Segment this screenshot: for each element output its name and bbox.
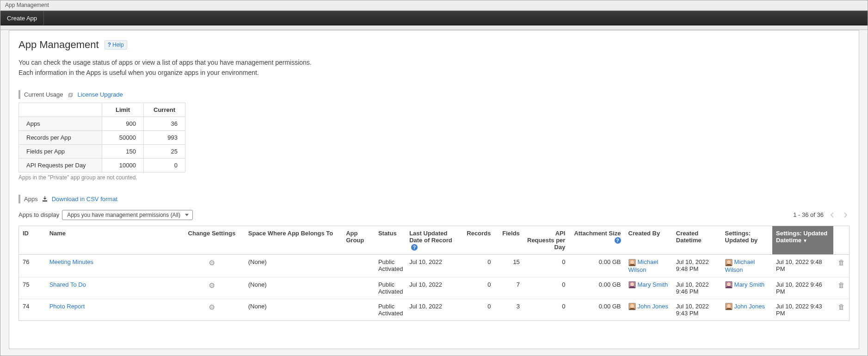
create-app-button[interactable]: Create App	[0, 11, 44, 25]
app-name-link[interactable]: Meeting Minutes	[49, 258, 93, 265]
cell-change: ⚙	[179, 277, 245, 299]
table-row: 75Shared To Do⚙(None)PublicActivatedJul …	[19, 277, 849, 299]
desc-line-1: You can check the usage status of apps o…	[18, 57, 850, 68]
cell-space: (None)	[245, 277, 342, 299]
col-updated-by[interactable]: Settings: Updated by	[721, 226, 773, 255]
usage-row-limit: 50000	[102, 130, 144, 144]
usage-table: Limit Current Apps90036Records per App50…	[18, 103, 185, 172]
col-last-updated[interactable]: Last Updated Date of Record ?	[406, 226, 462, 255]
col-attachment[interactable]: Attachment Size ?	[569, 226, 624, 255]
col-change-settings[interactable]: Change Settings	[179, 226, 245, 255]
filter-row: Apps to display Apps you have management…	[18, 210, 850, 220]
col-space[interactable]: Space Where App Belongs To	[245, 226, 342, 255]
download-csv-link[interactable]: Download in CSV format	[52, 196, 117, 203]
usage-col-empty	[19, 103, 102, 117]
col-created-by[interactable]: Created By	[625, 226, 672, 255]
col-fields[interactable]: Fields	[494, 226, 523, 255]
col-created-dt[interactable]: Created Datetime	[672, 226, 721, 255]
col-records[interactable]: Records	[462, 226, 495, 255]
cell-fields: 3	[494, 299, 523, 320]
sort-desc-icon: ▼	[803, 238, 807, 243]
trash-icon[interactable]: 🗑	[838, 281, 845, 289]
usage-row-label: Records per App	[19, 130, 102, 144]
cell-created-dt: Jul 10, 2022 9:43 PM	[672, 299, 721, 320]
pagination-range: 1 - 36 of 36	[793, 211, 824, 218]
cell-created-by: John Jones	[625, 299, 672, 320]
cell-delete: 🗑	[833, 255, 849, 277]
page-heading-row: App Management ? Help	[18, 39, 850, 51]
usage-row-current: 0	[144, 158, 185, 172]
col-status[interactable]: Status	[375, 226, 406, 255]
usage-col-limit: Limit	[102, 103, 144, 117]
usage-row: Records per App50000993	[19, 130, 185, 144]
help-label: Help	[112, 42, 124, 48]
license-upgrade-link[interactable]: License Upgrade	[78, 91, 123, 98]
cell-updated-dt: Jul 10, 2022 9:46 PM	[772, 277, 833, 299]
cell-attachment: 0.00 GB	[569, 299, 624, 320]
table-row: 76Meeting Minutes⚙(None)PublicActivatedJ…	[19, 255, 849, 277]
page-next-button[interactable]	[841, 211, 850, 219]
page-prev-button[interactable]	[828, 211, 837, 219]
usage-row-limit: 900	[102, 117, 144, 130]
help-icon: ?	[108, 42, 111, 48]
user-link[interactable]: Mary Smith	[638, 281, 668, 288]
cell-last-updated: Jul 10, 2022	[406, 299, 462, 320]
cell-change: ⚙	[179, 299, 245, 320]
help-icon[interactable]: ?	[615, 237, 621, 244]
cell-id: 75	[19, 277, 46, 299]
cell-space: (None)	[245, 255, 342, 277]
apps-grid-wrap: ID Name Change Settings Space Where App …	[18, 226, 850, 321]
main-panel: App Management ? Help You can check the …	[9, 30, 859, 349]
usage-row-label: Fields per App	[19, 144, 102, 158]
main-toolbar: Create App	[0, 11, 868, 25]
cell-records: 0	[462, 255, 495, 277]
gear-icon[interactable]: ⚙	[209, 303, 215, 312]
usage-row: API Requests per Day100000	[19, 158, 185, 172]
cell-api: 0	[523, 277, 569, 299]
section-current-usage: Current Usage License Upgrade	[18, 90, 850, 99]
gear-icon[interactable]: ⚙	[209, 258, 215, 267]
download-icon	[43, 196, 47, 202]
cell-id: 76	[19, 255, 46, 277]
col-api[interactable]: API Requests per Day	[523, 226, 569, 255]
cell-created-dt: Jul 10, 2022 9:48 PM	[672, 255, 721, 277]
cell-updated-dt: Jul 10, 2022 9:48 PM	[772, 255, 833, 277]
gear-icon[interactable]: ⚙	[209, 281, 215, 290]
cell-delete: 🗑	[833, 299, 849, 320]
app-name-link[interactable]: Photo Report	[49, 303, 85, 310]
user-link[interactable]: John Jones	[638, 303, 669, 310]
usage-row-limit: 10000	[102, 158, 144, 172]
avatar-icon	[628, 259, 636, 266]
cell-change: ⚙	[179, 255, 245, 277]
usage-row-current: 36	[144, 117, 185, 130]
trash-icon[interactable]: 🗑	[838, 258, 845, 266]
avatar-icon	[628, 281, 636, 288]
cell-status: PublicActivated	[375, 255, 406, 277]
cell-delete: 🗑	[833, 277, 849, 299]
help-button[interactable]: ? Help	[105, 40, 127, 49]
trash-icon[interactable]: 🗑	[838, 303, 845, 311]
usage-row-limit: 150	[102, 144, 144, 158]
avatar-icon	[725, 303, 733, 310]
col-group[interactable]: App Group	[342, 226, 375, 255]
user-link[interactable]: John Jones	[734, 303, 765, 310]
col-id[interactable]: ID	[19, 226, 46, 255]
cell-group	[342, 255, 375, 277]
app-name-link[interactable]: Shared To Do	[49, 281, 86, 288]
avatar-icon	[725, 281, 733, 288]
cell-attachment: 0.00 GB	[569, 277, 624, 299]
usage-footnote: Apps in the "Private" app group are not …	[18, 174, 850, 181]
help-icon[interactable]: ?	[411, 244, 418, 251]
cell-updated-by: John Jones	[721, 299, 773, 320]
col-delete	[833, 226, 849, 255]
pagination: 1 - 36 of 36	[793, 211, 850, 219]
page-title: App Management	[18, 39, 99, 51]
window-title: App Management	[5, 2, 49, 8]
cell-name: Photo Report	[46, 299, 179, 320]
usage-row: Apps90036	[19, 117, 185, 130]
col-name[interactable]: Name	[46, 226, 179, 255]
col-updated-dt[interactable]: Settings: Updated Datetime▼	[772, 226, 833, 255]
user-link[interactable]: Mary Smith	[734, 281, 765, 288]
apps-display-select[interactable]: Apps you have management permissions (Al…	[62, 210, 193, 220]
window-titlebar: App Management	[0, 0, 868, 11]
